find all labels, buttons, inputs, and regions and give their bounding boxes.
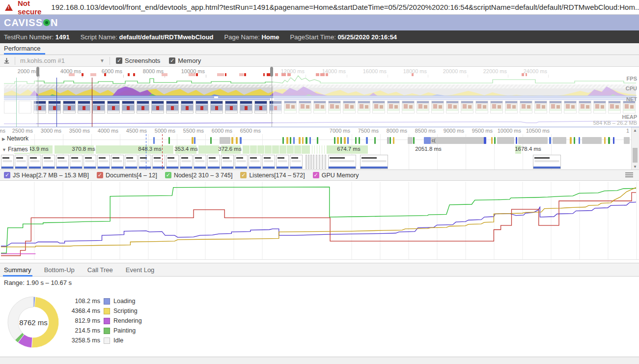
filmstrip-frame[interactable] [533,155,561,169]
memory-counter-checkbox[interactable]: ✓JS Heap[2.7 MB – 15.3 MB] [4,172,89,179]
filmstrip-frame[interactable] [1,155,14,169]
filmstrip-frame[interactable] [28,155,41,169]
network-request-bar[interactable] [494,137,496,144]
memory-counter-checkbox[interactable]: ✓GPU Memory [313,172,359,179]
frame-bar[interactable] [242,145,310,154]
network-request-bar[interactable] [484,137,486,144]
scrollbar-thumb[interactable] [633,148,638,163]
filmstrip-frame[interactable] [83,155,96,169]
filmstrip-frame[interactable] [42,155,55,169]
not-secure-label[interactable]: Not secure [18,0,41,16]
network-request-bar[interactable] [518,137,548,144]
frame-bar[interactable] [324,145,325,154]
network-request-bar[interactable] [210,137,212,144]
filmstrip-frame[interactable] [308,155,309,169]
network-request-bar[interactable] [366,137,368,144]
tab-call-tree[interactable]: Call Tree [87,263,113,277]
memory-counter-checkbox[interactable]: ✓Listeners[174 – 572] [240,172,305,179]
load-profile-button[interactable] [0,56,13,66]
frame-bar[interactable] [314,145,315,154]
network-request-bar[interactable] [579,137,580,144]
network-request-bar[interactable] [355,137,357,144]
scroll-down-icon[interactable]: ▼ [633,165,637,169]
selection-handle-right[interactable] [270,67,273,77]
network-request-bar[interactable] [516,137,517,144]
network-request-bar[interactable] [334,137,335,144]
network-request-bar[interactable] [491,137,493,144]
filmstrip-frame[interactable] [310,155,312,169]
network-request-bar[interactable] [359,137,360,144]
filmstrip-frame[interactable] [360,155,388,169]
network-request-bar[interactable] [344,137,346,144]
network-request-bar[interactable] [153,137,155,144]
filmstrip-frame[interactable] [152,155,165,169]
filmstrip-frame[interactable] [322,155,323,169]
filmstrip-frame[interactable] [290,155,303,169]
filmstrip-frame[interactable] [235,155,248,169]
tab-summary[interactable]: Summary [4,263,31,277]
network-request-bar[interactable] [309,137,311,144]
network-request-bar[interactable] [302,137,304,144]
frame-bar[interactable] [316,145,318,154]
filmstrip-frame[interactable] [313,155,314,169]
filmstrip-frame[interactable] [194,155,206,169]
network-request-bar[interactable] [340,137,342,144]
network-request-bar[interactable] [553,137,566,144]
network-request-bar[interactable] [387,137,389,144]
network-request-bar[interactable] [236,137,238,144]
filmstrip-frame[interactable] [125,155,138,169]
network-request-bar[interactable] [413,137,415,144]
network-request-bar[interactable] [192,137,194,144]
network-request-bar[interactable] [337,137,339,144]
tab-performance[interactable]: Performance [4,45,40,52]
filmstrip-frame[interactable] [166,155,179,169]
frame-bar[interactable] [321,145,323,154]
network-request-bar[interactable] [608,137,610,144]
filmstrip-frame[interactable] [56,155,69,169]
network-request-bar[interactable] [613,137,614,144]
network-request-bar[interactable] [582,137,602,144]
tab-bottom-up[interactable]: Bottom-Up [44,263,75,277]
filmstrip-frame[interactable] [316,155,317,169]
network-request-bar[interactable] [347,137,349,144]
network-request-bar[interactable] [389,137,391,144]
network-request-bar[interactable] [374,137,376,144]
network-request-bar[interactable] [293,137,295,144]
network-request-bar[interactable] [549,137,551,144]
tab-event-log[interactable]: Event Log [126,263,155,277]
filmstrip-frame[interactable] [276,155,289,169]
network-request-bar[interactable] [168,137,170,144]
memory-counter-checkbox[interactable]: ✓Nodes[2 310 – 3 745] [165,172,233,179]
network-request-bar[interactable] [424,137,431,144]
network-request-bar[interactable]: c( [431,137,485,144]
network-request-bar[interactable] [290,137,291,144]
network-request-bar[interactable] [574,137,575,144]
filmstrip-frame[interactable] [221,155,234,169]
memory-counter-checkbox[interactable]: ✓Documents[4 – 12] [97,172,157,179]
frame-bar[interactable] [319,145,320,154]
selection-handle-left[interactable] [36,67,39,77]
filmstrip-frame[interactable] [180,155,193,169]
filmstrip-frame[interactable] [249,155,261,169]
network-request-bar[interactable] [393,137,394,144]
frames-row-label[interactable]: ▼Frames [1,146,30,153]
filmstrip-frame[interactable] [319,155,320,169]
network-request-bar[interactable] [408,137,413,144]
frame-bar[interactable] [311,145,313,154]
network-request-bar[interactable] [194,137,195,144]
url-text[interactable]: 192.168.0.103/devtool/front_end/devtools… [51,3,639,11]
network-row-label[interactable]: ▶Network [1,135,30,142]
filmstrip-frame[interactable] [15,155,28,169]
filmstrip-frame[interactable] [139,155,151,169]
network-request-bar[interactable] [317,137,318,144]
network-request-bar[interactable] [570,137,572,144]
filmstrip-frame[interactable] [262,155,275,169]
filmstrip-frame[interactable] [207,155,220,169]
scroll-up-icon[interactable]: ▲ [633,128,637,133]
filmstrip-frame[interactable] [328,155,356,169]
filmstrip-frame[interactable] [97,155,110,169]
network-request-bar[interactable] [220,137,230,144]
network-request-bar[interactable] [240,137,242,144]
timeline-detail-pane[interactable]: ms2500 ms3000 ms3500 ms4000 ms4500 ms500… [0,127,639,169]
toolbar-checkbox-memory[interactable]: ✓Memory [169,57,201,64]
